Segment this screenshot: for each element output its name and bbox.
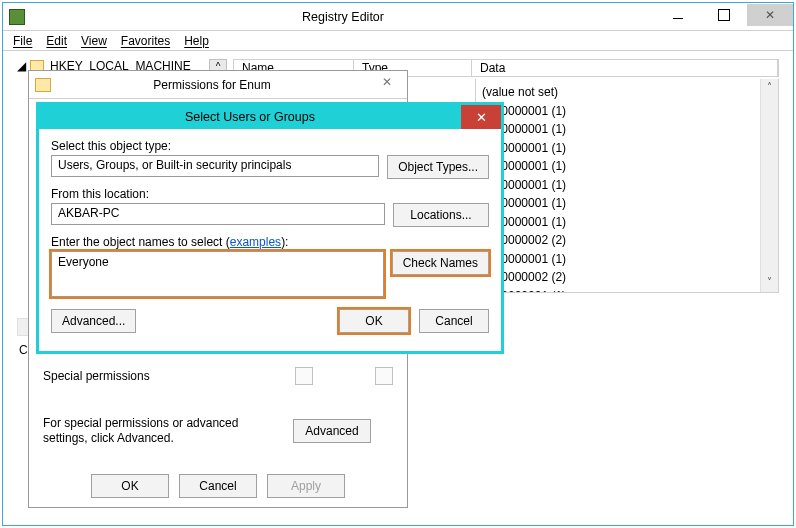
scroll-up-icon[interactable]: ˄ — [761, 79, 778, 97]
list-item[interactable]: 0x00000001 (1) — [482, 250, 772, 269]
maximize-button[interactable] — [701, 4, 747, 26]
list-item[interactable]: 0x00000001 (1) — [482, 213, 772, 232]
select-users-titlebar: Select Users or Groups ✕ — [39, 105, 501, 129]
permissions-advanced-button[interactable]: Advanced — [293, 419, 371, 443]
permissions-apply-button[interactable]: Apply — [267, 474, 345, 498]
select-advanced-button[interactable]: Advanced... — [51, 309, 136, 333]
deny-checkbox[interactable] — [375, 367, 393, 385]
folder-icon — [35, 78, 51, 92]
list-item[interactable]: 0x00000001 (1) — [482, 120, 772, 139]
list-item[interactable]: 0x00000001 (1) — [482, 139, 772, 158]
permissions-hint: For special permissions or advanced sett… — [43, 416, 273, 446]
object-names-label-prefix: Enter the object names to select ( — [51, 235, 230, 249]
list-item[interactable]: 0x00000002 (2) — [482, 268, 772, 287]
object-names-label-suffix: ): — [281, 235, 288, 249]
permissions-cancel-button[interactable]: Cancel — [179, 474, 257, 498]
examples-link[interactable]: examples — [230, 235, 281, 249]
regedit-icon — [9, 9, 25, 25]
object-type-label: Select this object type: — [51, 139, 489, 153]
object-names-label: Enter the object names to select (exampl… — [51, 235, 489, 249]
permissions-ok-button[interactable]: OK — [91, 474, 169, 498]
permission-row-special: Special permissions — [43, 364, 393, 388]
list-item[interactable]: 0x00000002 (2) — [482, 231, 772, 250]
list-item[interactable]: (value not set) — [482, 83, 772, 102]
menu-view[interactable]: View — [81, 34, 107, 48]
permissions-titlebar: Permissions for Enum ✕ — [29, 71, 407, 99]
list-item[interactable]: 0x00000001 (1) — [482, 176, 772, 195]
window-title: Registry Editor — [31, 10, 655, 24]
select-users-dialog: Select Users or Groups ✕ Select this obj… — [36, 102, 504, 354]
data-list: (value not set) 0x00000001 (1) 0x0000000… — [475, 79, 779, 293]
menu-favorites[interactable]: Favorites — [121, 34, 170, 48]
data-scrollbar[interactable]: ˄ ˅ — [760, 79, 778, 292]
select-users-close-button[interactable]: ✕ — [461, 105, 501, 129]
object-names-input[interactable]: Everyone — [51, 251, 384, 297]
object-type-field[interactable]: Users, Groups, or Built-in security prin… — [51, 155, 379, 177]
list-item[interactable]: 0x00000001 (1) — [482, 102, 772, 121]
menu-help[interactable]: Help — [184, 34, 209, 48]
permissions-close-button[interactable]: ✕ — [367, 75, 407, 95]
menu-file[interactable]: File — [13, 34, 32, 48]
list-item[interactable]: 0x00000001 (1) — [482, 287, 772, 294]
menu-edit[interactable]: Edit — [46, 34, 67, 48]
select-cancel-button[interactable]: Cancel — [419, 309, 489, 333]
location-label: From this location: — [51, 187, 489, 201]
window-controls — [655, 7, 793, 26]
minimize-button[interactable] — [655, 4, 701, 26]
scroll-down-icon[interactable]: ˅ — [761, 274, 778, 292]
column-data[interactable]: Data — [472, 60, 778, 76]
check-names-button[interactable]: Check Names — [392, 251, 489, 275]
allow-checkbox[interactable] — [295, 367, 313, 385]
object-types-button[interactable]: Object Types... — [387, 155, 489, 179]
titlebar: Registry Editor — [3, 3, 793, 31]
close-button[interactable] — [747, 4, 793, 26]
menubar: File Edit View Favorites Help — [3, 31, 793, 51]
locations-button[interactable]: Locations... — [393, 203, 489, 227]
permission-label: Special permissions — [43, 369, 150, 383]
location-field[interactable]: AKBAR-PC — [51, 203, 385, 225]
caret-down-icon: ◢ — [17, 59, 26, 73]
list-item[interactable]: 0x00000001 (1) — [482, 194, 772, 213]
list-item[interactable]: 0x00000001 (1) — [482, 157, 772, 176]
permissions-title: Permissions for Enum — [57, 78, 367, 92]
select-ok-button[interactable]: OK — [339, 309, 409, 333]
select-users-title: Select Users or Groups — [39, 110, 461, 124]
